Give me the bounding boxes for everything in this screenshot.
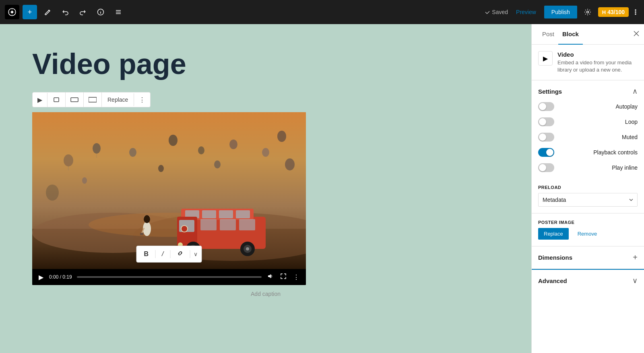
info-button[interactable] [93,5,108,19]
settings-title: Settings [538,88,562,95]
add-block-button[interactable]: + [23,5,37,19]
undo-button[interactable] [58,5,72,19]
advanced-title: Advanced [538,277,567,284]
settings-header: Settings ∧ [538,87,638,96]
preload-select[interactable]: None Metadata Auto [538,193,638,207]
poster-label: POSTER IMAGE [538,220,638,225]
block-more-button[interactable]: ⋮ [134,93,150,107]
bold-button[interactable]: B [140,249,152,259]
preview-button[interactable]: Preview [511,6,541,18]
advanced-toggle-button[interactable]: ∨ [632,276,638,285]
block-type-button[interactable]: ▶ [33,93,47,107]
loop-label: Loop [625,119,638,125]
list-view-button[interactable] [111,5,126,19]
align-center-button[interactable] [47,92,66,107]
redo-button[interactable] [76,5,90,19]
toolbar-separator-2 [170,250,171,258]
muted-toggle[interactable] [538,133,554,142]
sidebar-tabs: Post Block [532,24,644,45]
score-badge: H 43/100 [598,7,629,17]
svg-point-5 [635,12,636,12]
play-inline-label: Play inline [612,164,638,171]
page-title: Video page [32,48,499,80]
align-wide-button[interactable] [66,92,84,107]
toolbar-separator [155,250,155,258]
block-toolbar: ▶ Replace ⋮ [32,92,151,107]
main-layout: Video page ▶ Replace ⋮ [0,24,644,353]
wordpress-logo[interactable] [5,5,19,19]
more-options-button[interactable] [632,8,639,16]
svg-point-4 [635,10,636,10]
tab-post[interactable]: Post [538,24,558,45]
block-description: Embed a video from your media library or… [557,59,638,74]
svg-point-6 [635,14,636,14]
block-info: ▶ Video Embed a video from your media li… [532,45,644,80]
svg-rect-8 [71,98,78,102]
editor-canvas: Video page ▶ Replace ⋮ [0,24,531,353]
volume-button[interactable] [266,272,275,282]
autoplay-label: Autoplay [616,103,638,110]
block-settings-section: Settings ∧ Autoplay Loop Muted Playback … [532,80,644,185]
svg-point-1 [11,11,13,13]
advanced-section: Advanced ∨ [532,269,644,291]
play-button[interactable]: ▶ [38,273,44,282]
play-inline-row: Play inline [538,163,638,172]
preload-label: PRELOAD [538,185,638,190]
format-more-button[interactable]: ∨ [194,251,198,257]
edit-mode-button[interactable] [40,5,55,19]
autoplay-row: Autoplay [538,102,638,111]
svg-rect-7 [54,98,59,102]
publish-button[interactable]: Publish [544,6,577,18]
poster-buttons: Replace Remove [538,228,638,240]
video-more-button[interactable]: ⋮ [292,273,300,282]
toolbar-separator-3 [190,250,190,258]
playback-controls-label: Playback controls [593,149,638,156]
dimensions-section: Dimensions + [532,246,644,269]
video-block: ▶ 0:00 / 0:19 ⋮ B / [32,112,306,285]
dimensions-title: Dimensions [538,254,572,261]
autoplay-toggle[interactable] [538,102,554,111]
playback-controls-row: Playback controls [538,148,638,157]
top-toolbar: + Saved Preview Publish H 43/100 [0,0,644,24]
svg-point-3 [586,11,588,13]
align-full-button[interactable] [84,92,102,107]
time-display: 0:00 / 0:19 [49,274,72,280]
video-controls-bar: ▶ 0:00 / 0:19 ⋮ [32,269,306,285]
replace-button[interactable]: Replace [102,93,134,106]
progress-bar[interactable] [77,276,262,278]
loop-toggle[interactable] [538,117,554,126]
collapse-settings-button[interactable]: ∧ [632,87,638,96]
poster-replace-button[interactable]: Replace [538,228,569,240]
tab-block[interactable]: Block [558,24,583,45]
link-button[interactable] [174,248,187,260]
saved-status: Saved [485,9,508,15]
muted-label: Muted [622,134,638,140]
fullscreen-button[interactable] [279,272,287,282]
caption-placeholder[interactable]: Add caption [32,291,499,297]
block-type-icon: ▶ [538,51,553,66]
close-sidebar-button[interactable] [634,30,639,39]
poster-image-section: POSTER IMAGE Replace Remove [532,213,644,246]
svg-rect-9 [89,97,97,102]
preload-section: PRELOAD None Metadata Auto [532,185,644,213]
settings-button[interactable] [580,5,595,19]
block-name-label: Video [557,51,638,58]
playback-controls-toggle[interactable] [538,148,554,157]
loop-row: Loop [538,117,638,126]
muted-row: Muted [538,133,638,142]
play-inline-toggle[interactable] [538,163,554,172]
settings-sidebar: Post Block ▶ Video Embed a video from yo… [531,24,644,353]
add-dimensions-button[interactable]: + [633,253,638,262]
text-format-toolbar: B / ∨ [136,246,202,263]
italic-button[interactable]: / [159,249,167,259]
poster-remove-button[interactable]: Remove [572,228,603,240]
